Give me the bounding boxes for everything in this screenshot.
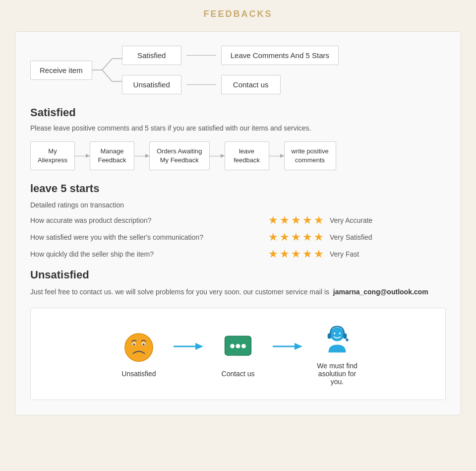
star: ★ [291,231,301,244]
arrow-icon [273,340,302,352]
svg-point-21 [339,333,341,335]
rating-label-1: Very Satisfied [330,233,379,241]
svg-marker-11 [195,343,203,350]
svg-line-1 [102,59,112,70]
contact-us-box: Contact us [221,75,281,94]
cf-arrow-1 [169,340,208,367]
star: ★ [268,214,278,227]
receive-item-box: Receive item [30,61,92,80]
svg-point-8 [133,343,135,345]
leave-comments-box: Leave Comments And 5 Stars [221,46,339,65]
svg-point-19 [330,327,344,341]
step-arrow-2 [134,156,149,156]
receive-item-label: Receive item [30,61,92,80]
fork-svg [92,48,122,92]
star: ★ [268,231,278,244]
star: ★ [302,231,312,244]
step-arrow-4 [269,156,284,156]
star: ★ [302,214,312,227]
rating-question-2: How quickly did the seller ship the item… [30,250,268,258]
right-branches: Satisfied Leave Comments And 5 Stars Uns… [122,46,339,94]
step-manage-feedback: Manage Feedback [90,141,134,170]
arrow-icon [174,340,203,352]
step-arrow-3 [210,156,225,156]
satisfied-branch: Satisfied Leave Comments And 5 Stars [122,46,339,65]
svg-point-25 [346,338,349,341]
sad-face-icon [121,330,156,365]
cf-agent-label: We must find asolutiun for you. [317,362,357,386]
star: ★ [280,214,290,227]
svg-point-20 [334,333,336,335]
cf-arrow-2 [268,340,307,367]
step-orders-awaiting: Orders Awaiting My Feedback [149,141,210,170]
star: ★ [291,214,301,227]
svg-point-13 [230,344,235,348]
star: ★ [314,231,324,244]
svg-point-9 [142,343,144,345]
svg-marker-18 [295,343,302,350]
cf-agent-item: We must find asolutiun for you. [307,322,367,386]
cf-contact-item: Contact us [208,330,268,378]
cf-unsatisfied-label: Unsatisfied [121,370,156,378]
page-title: FEEDBACKS [0,9,476,19]
svg-point-5 [125,334,153,361]
step-arrow-1 [75,156,90,156]
unsatisfied-text: Just feel free to contact us. we will so… [30,288,329,296]
unsatisfied-box: Unsatisfied [122,75,181,94]
flow-diagram: Receive item Satisfied Leave Comments An… [30,46,446,94]
cf-contact-label: Contact us [222,370,255,378]
step-my-aliexpress: My Aliexpress [30,141,75,170]
step-leave-feedback: leave feedback [225,141,269,170]
rating-row-2: How quickly did the seller ship the item… [30,248,446,261]
step-write-positive: write positive comments [284,141,336,170]
star: ★ [314,248,324,261]
star: ★ [280,248,290,261]
unsatisfied-branch: Unsatisfied Contact us [122,75,339,94]
star: ★ [314,214,324,227]
agent-icon [320,322,355,357]
unsatisfied-email: jamarna_cong@outlook.com [333,288,428,296]
star: ★ [302,248,312,261]
satisfied-heading: Satisfied [30,106,446,119]
unsatisfied-heading: Unsatisfied [30,269,446,281]
steps-row: My Aliexpress Manage Feedback Orders Awa… [30,141,446,170]
svg-line-2 [102,70,112,81]
svg-point-14 [236,344,240,348]
rating-label-0: Very Accurate [330,216,379,224]
leave5stars-heading: leave 5 starts [30,182,446,195]
star: ★ [268,248,278,261]
star: ★ [291,248,301,261]
page-header: FEEDBACKS [0,0,476,26]
main-card: Receive item Satisfied Leave Comments An… [15,31,461,415]
rating-question-0: How accurate was product description? [30,216,268,224]
rating-label-2: Very Fast [330,250,379,258]
stars-1: ★ ★ ★ ★ ★ [268,231,324,244]
unsatisfied-line [186,84,216,85]
satisfied-box: Satisfied [122,46,181,65]
svg-rect-22 [328,334,331,339]
star: ★ [280,231,290,244]
stars-2: ★ ★ ★ ★ ★ [268,248,324,261]
satisfied-desc: Please leave positive comments and 5 sta… [30,123,446,134]
rating-row-0: How accurate was product description? ★ … [30,214,446,227]
contact-flow-box: Unsatisfied Contact us [30,308,446,400]
cf-unsatisfied-item: Unsatisfied [109,330,169,378]
satisfied-line [186,55,216,56]
chat-icon [221,330,255,365]
stars-0: ★ ★ ★ ★ ★ [268,214,324,227]
rating-row-1: How satisfied were you with the seller's… [30,231,446,244]
rating-question-1: How satisfied were you with the seller's… [30,233,268,241]
unsatisfied-desc: Just feel free to contact us. we will so… [30,286,446,297]
svg-point-15 [241,344,246,348]
ratings-label: Detailed ratings on transaction [30,201,446,209]
